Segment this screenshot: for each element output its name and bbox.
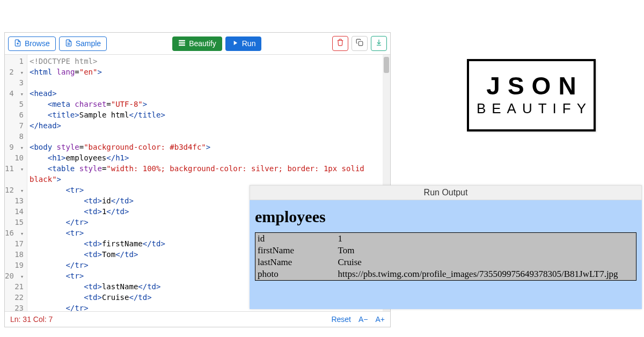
table-row: lastNameCruise [255, 257, 636, 268]
cursor-position: Ln: 31 Col: 7 [10, 315, 53, 324]
copy-icon [356, 39, 363, 48]
play-icon [231, 39, 239, 48]
output-panel: Run Output employees id1firstNameTomlast… [250, 185, 642, 309]
output-body: employees id1firstNameTomlastNameCruisep… [250, 200, 642, 309]
brand-line2: BEAUTIFY [471, 100, 592, 117]
copy-button[interactable] [352, 36, 368, 51]
svg-rect-1 [179, 42, 185, 43]
svg-rect-2 [179, 45, 185, 45]
download-button[interactable] [371, 36, 387, 51]
table-row: firstNameTom [255, 245, 636, 257]
list-icon [178, 39, 186, 48]
browse-label: Browse [25, 39, 50, 48]
output-table: id1firstNameTomlastNameCruisephotohttps:… [255, 232, 636, 281]
statusbar: Ln: 31 Col: 7 Reset A− A+ [5, 311, 390, 327]
toolbar: Browse Sample Beautify Run [5, 33, 390, 55]
table-row: photohttps://pbs.twimg.com/profile_image… [255, 268, 636, 281]
run-label: Run [242, 39, 256, 48]
gutter: 12 ▾34 ▾56789 ▾1011 ▾12 ▾13141516 ▾17181… [5, 55, 27, 311]
svg-rect-0 [179, 40, 185, 41]
output-title: Run Output [250, 185, 642, 200]
brand-badge: JSON BEAUTIFY [467, 59, 596, 131]
table-row: id1 [255, 233, 636, 245]
beautify-label: Beautify [189, 39, 216, 48]
font-decrease-button[interactable]: A− [358, 315, 368, 324]
trash-icon [336, 39, 344, 48]
download-icon [375, 39, 383, 48]
output-heading: employees [255, 208, 636, 226]
run-button[interactable]: Run [225, 36, 262, 51]
font-increase-button[interactable]: A+ [375, 315, 385, 324]
svg-rect-3 [358, 41, 363, 46]
beautify-button[interactable]: Beautify [172, 36, 222, 51]
sample-label: Sample [76, 39, 101, 48]
reset-button[interactable]: Reset [331, 315, 351, 324]
brand-line1: JSON [479, 74, 583, 98]
sample-button[interactable]: Sample [59, 36, 107, 51]
file-icon [65, 39, 72, 48]
file-up-icon [14, 39, 21, 48]
browse-button[interactable]: Browse [8, 36, 56, 51]
scroll-thumb[interactable] [384, 57, 389, 73]
delete-button[interactable] [332, 36, 348, 51]
